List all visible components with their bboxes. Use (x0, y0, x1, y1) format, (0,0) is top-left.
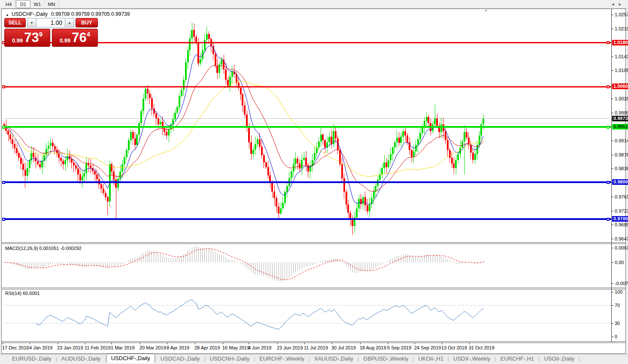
price-tick (612, 99, 613, 99)
symbol-tab-eurchf-weekly[interactable]: EURCHF-,Weekly (255, 355, 309, 363)
rsi-pane-canvas[interactable] (0, 290, 628, 340)
date-tick (140, 343, 140, 344)
price-tick-label: 1.00280 (615, 96, 628, 101)
price-tick (612, 29, 613, 29)
sell-price-button[interactable]: 0.99 73 9 (4, 29, 50, 47)
price-tick-label: 0.96850 (615, 222, 628, 227)
sell-button[interactable]: SELL (4, 18, 26, 27)
symbol-tab-ukoil-h1[interactable]: UKOil-,H1 (414, 355, 448, 363)
horizontal-level-line[interactable] (2, 218, 611, 221)
volume-decrease-icon[interactable]: ▼ (27, 18, 36, 27)
price-line-label: 1.01806 (612, 40, 628, 45)
date-tick (223, 343, 223, 344)
date-label: 11 Feb 2019 (85, 345, 111, 350)
date-tick (85, 343, 85, 344)
buy-price-pip: 4 (87, 30, 90, 38)
date-label: 20 Mar 2019 (140, 345, 166, 350)
date-label: 13 Oct 2019 (441, 345, 467, 350)
mt4-window: H4D1W1MN 1.025701.021901.014301.010501.0… (0, 0, 628, 364)
price-tick (612, 239, 613, 239)
timeframe-button-d1[interactable]: D1 (16, 0, 30, 8)
price-tick (612, 211, 613, 211)
symbol-tab-usdchf-daily[interactable]: USDCHF-,Daily (106, 354, 155, 363)
date-tick (58, 343, 58, 344)
date-tick (167, 343, 167, 344)
price-tick-label: 0.99900 (615, 110, 628, 115)
symbol-tab-xauusd-daily[interactable]: XAUUSD-,Daily (310, 355, 358, 363)
price-tick-label: 1.02190 (615, 26, 628, 31)
date-tick (30, 343, 30, 344)
collapse-panel-icon[interactable]: ▲ (6, 13, 9, 17)
rsi-indicator-label: RSI(14) 60.6001 (5, 291, 40, 296)
symbol-tab-bar: EURUSD-,Daily|AUDUSD-,Daily|USDCHF-,Dail… (0, 354, 628, 363)
date-label: 5 Sep 2019 (387, 345, 411, 350)
price-tick-label: 0.98760 (615, 152, 628, 157)
macd-tick-label: -0.007612 (615, 281, 628, 286)
symbol-tab-audusd-daily[interactable]: AUDUSD-,Daily (57, 355, 105, 363)
timeframe-button-mn[interactable]: MN (45, 0, 59, 8)
price-tick-label: 0.96470 (615, 236, 628, 241)
fast-ma-line (4, 46, 484, 205)
buy-button[interactable]: BUY (76, 18, 98, 27)
macd-histogram (4, 246, 484, 282)
price-tick (612, 113, 613, 113)
macd-tick (612, 248, 613, 248)
volume-increase-icon[interactable]: ▲ (65, 18, 74, 27)
price-line-label: 0.99510 (612, 124, 628, 129)
date-label: 17 Dec 2018 (2, 345, 29, 350)
timeframe-button-w1[interactable]: W1 (30, 0, 45, 8)
pane-splitter-main-macd[interactable] (2, 242, 625, 244)
date-tick (111, 343, 112, 344)
price-tick-label: 1.01050 (615, 68, 628, 73)
date-label: 4 Jun 2019 (248, 345, 271, 350)
macd-tick (612, 283, 613, 284)
symbol-tab-usoil-daily[interactable]: USOil-,Daily (540, 355, 579, 363)
rsi-line (36, 300, 483, 329)
price-line-label: 0.99739 (612, 116, 628, 121)
horizontal-level-line[interactable] (2, 85, 611, 88)
price-tick (612, 155, 613, 155)
symbol-tab-eurusd-daily[interactable]: EURUSD-,Daily (8, 355, 56, 363)
symbol-tab-usdx-weekly[interactable]: USDX-,Weekly (449, 355, 495, 363)
date-tick (195, 343, 195, 344)
pane-splitter-macd-rsi[interactable] (2, 288, 625, 289)
symbol-tab-usdcnh-daily[interactable]: USDCNH-,Daily (206, 355, 254, 363)
volume-input[interactable] (36, 18, 65, 27)
date-label: 23 Jun 2019 (277, 345, 303, 350)
timeframe-button-h4[interactable]: H4 (2, 0, 16, 8)
date-tick (304, 343, 305, 344)
price-tick-label: 0.97230 (615, 208, 628, 214)
sell-price-pip: 9 (39, 30, 42, 38)
date-tick (332, 343, 332, 344)
price-tick (612, 168, 613, 169)
price-line-label: 0.97005 (612, 216, 628, 222)
pane-splitter-rsi-dates (2, 341, 625, 343)
timeframe-toolbar: H4D1W1MN (0, 0, 628, 9)
candlestick-series (3, 22, 485, 235)
horizontal-level-line[interactable] (2, 126, 611, 129)
scroll-to-end-marker-icon[interactable]: ▼ (484, 9, 488, 13)
macd-values: 0.001051 -0.000292 (39, 246, 81, 251)
macd-tick-label: 0.00613 (615, 245, 628, 250)
macd-pane-canvas[interactable] (0, 245, 628, 287)
date-tick (415, 343, 415, 344)
horizontal-level-line[interactable] (2, 181, 611, 184)
date-label: 23 Jan 2019 (57, 345, 83, 350)
tab-scroll-arrows[interactable]: ◄► (611, 2, 625, 6)
symbol-tab-eurchf-h1[interactable]: EURCHF-,H1 (496, 355, 539, 363)
price-tick (612, 57, 613, 57)
date-tick (277, 343, 278, 344)
chart-title: ▲USDCHF-,Daily0.99708 0.99759 0.99705 0.… (6, 11, 130, 17)
date-label: 31 Oct 2019 (469, 345, 495, 350)
price-tick-label: 1.01430 (615, 54, 628, 59)
date-tick (249, 343, 249, 344)
symbol-tab-usdcad-daily[interactable]: USDCAD-,Daily (156, 355, 204, 363)
price-tick (612, 70, 613, 71)
date-label: 28 Apr 2019 (194, 345, 220, 350)
date-tick (360, 343, 361, 344)
macd-tick (612, 262, 613, 263)
buy-price-button[interactable]: 0.99 76 4 (52, 29, 98, 47)
symbol-tab-gbpusd-weekly[interactable]: GBPUSD-,Weekly (359, 355, 413, 363)
macd-tick-label: 0.00 (615, 260, 624, 265)
tab-scroll-left-icon: ◄ (611, 2, 618, 6)
